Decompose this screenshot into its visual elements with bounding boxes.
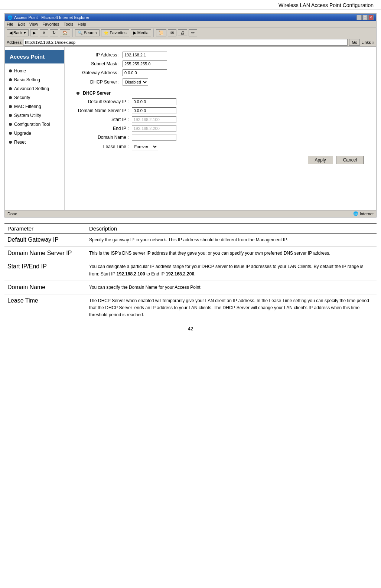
links-label: Links » xyxy=(361,40,374,45)
doc-row-default-gw: Default Gateway IP Specify the gateway I… xyxy=(4,233,377,247)
sidebar-item-upgrade[interactable]: Upgrade xyxy=(5,129,64,138)
address-input[interactable] xyxy=(23,39,348,46)
browser-menubar: File Edit View Favorites Tools Help xyxy=(5,21,376,27)
dhcp-bullet-icon xyxy=(76,92,79,95)
doc-row-start-end-ip: Start IP/End IP You can designate a part… xyxy=(4,260,377,281)
bullet-icon xyxy=(9,69,12,72)
doc-param-dns: Domain Name Server IP xyxy=(4,247,86,260)
main-form-table: IP Address : Subnet Mask : Gateway Addre… xyxy=(69,50,371,87)
dhcp-dns-label: Domain Name Server IP : xyxy=(76,106,130,115)
toolbar-sep-1 xyxy=(72,29,73,37)
dhcp-row-default-gw: Default Gateway IP : xyxy=(76,97,376,106)
status-text: Done xyxy=(7,212,17,216)
go-button[interactable]: Go xyxy=(349,39,360,46)
menu-favorites[interactable]: Favorites xyxy=(42,22,59,26)
browser-toolbar: ◀ Back ▾ ▶ ✕ ↻ 🏠 🔍 Search ⭐ Favorites ▶ … xyxy=(5,27,376,38)
menu-edit[interactable]: Edit xyxy=(18,22,25,26)
sidebar-item-mac-filtering[interactable]: MAC Filtering xyxy=(5,102,64,111)
desc-header: Description xyxy=(86,224,377,233)
forward-button[interactable]: ▶ xyxy=(30,29,38,36)
dhcp-default-gw-cell xyxy=(130,97,376,106)
dhcp-lease-time-label: Lease Time : xyxy=(76,142,130,151)
dhcp-start-ip-cell xyxy=(130,115,376,124)
subnet-mask-input[interactable] xyxy=(123,61,167,67)
browser-status-bar: Done 🌐 Internet xyxy=(5,210,376,217)
subnet-mask-label: Subnet Mask : xyxy=(69,59,121,68)
dhcp-end-ip-input[interactable] xyxy=(132,125,176,132)
main-panel: IP Address : Subnet Mask : Gateway Addre… xyxy=(65,47,376,210)
form-row-ip: IP Address : xyxy=(69,50,371,59)
sidebar-item-label: Home xyxy=(14,68,26,74)
sidebar-item-label: Advanced Setting xyxy=(14,86,49,91)
search-button[interactable]: 🔍 Search xyxy=(75,29,100,36)
home-button[interactable]: 🏠 xyxy=(60,29,70,36)
gateway-input[interactable] xyxy=(123,69,167,76)
menu-file[interactable]: File xyxy=(7,22,13,26)
doc-row-dns: Domain Name Server IP This is the ISP's … xyxy=(4,247,377,260)
sidebar-item-basic-setting[interactable]: Basic Setting xyxy=(5,75,64,84)
cancel-button[interactable]: Cancel xyxy=(336,156,364,164)
doc-desc-domain-name: You can specify the Domain Name for your… xyxy=(86,281,377,294)
sidebar-item-home[interactable]: Home xyxy=(5,66,64,75)
back-button[interactable]: ◀ Back ▾ xyxy=(7,29,29,36)
browser-titlebar: 🌐 Access Point - Microsoft Internet Expl… xyxy=(5,14,376,21)
dhcp-dns-input[interactable] xyxy=(132,107,176,114)
page-footer: 42 xyxy=(0,326,381,331)
sidebar-item-reset[interactable]: Reset xyxy=(5,138,64,147)
sidebar-item-security[interactable]: Security xyxy=(5,93,64,102)
dhcp-lease-time-select[interactable]: Forever 1 Hour 24 Hours xyxy=(132,143,158,150)
address-bar: Address Go Links » xyxy=(5,38,376,47)
mail-button[interactable]: ✉ xyxy=(168,29,176,36)
bullet-icon xyxy=(9,123,12,126)
param-header: Parameter xyxy=(4,224,86,233)
form-button-row: Apply Cancel xyxy=(69,156,371,164)
sidebar-item-advanced-setting[interactable]: Advanced Setting xyxy=(5,84,64,93)
dhcp-start-ip-input[interactable] xyxy=(132,116,176,123)
menu-help[interactable]: Help xyxy=(78,22,86,26)
bullet-icon xyxy=(9,96,12,99)
sidebar-item-label: Configuration Tool xyxy=(14,122,50,127)
dhcp-form-table: Default Gateway IP : Domain Name Server … xyxy=(76,97,376,151)
apply-button[interactable]: Apply xyxy=(308,156,333,164)
doc-param-default-gw: Default Gateway IP xyxy=(4,233,86,247)
toolbar-sep-2 xyxy=(153,29,154,37)
menu-tools[interactable]: Tools xyxy=(64,22,74,26)
favorites-button[interactable]: ⭐ Favorites xyxy=(101,29,129,36)
print-button[interactable]: 🖨 xyxy=(178,29,187,36)
dhcp-row-end-ip: End IP : xyxy=(76,124,376,133)
dhcp-row-lease-time: Lease Time : Forever 1 Hour 24 Hours xyxy=(76,142,376,151)
form-row-dhcp: DHCP Server : Disabled Enabled xyxy=(69,77,371,87)
close-button[interactable]: ✕ xyxy=(368,15,374,20)
doc-section: Parameter Description Default Gateway IP… xyxy=(4,223,377,322)
doc-row-lease-time: Lease Time The DHCP Server when enabled … xyxy=(4,294,377,322)
page-title: Wireless LAN Access Point Configuration xyxy=(0,0,381,10)
bullet-icon xyxy=(9,78,12,81)
ip-address-input[interactable] xyxy=(123,52,167,58)
dhcp-end-ip-cell xyxy=(130,124,376,133)
dhcp-default-gw-input[interactable] xyxy=(132,98,176,105)
dhcp-row-start-ip: Start IP : xyxy=(76,115,376,124)
stop-button[interactable]: ✕ xyxy=(40,29,48,36)
gateway-label: Gateway Address : xyxy=(69,68,121,77)
dhcp-cell: Disabled Enabled xyxy=(121,77,371,87)
status-right: 🌐 Internet xyxy=(353,211,374,216)
edit-button[interactable]: ✏ xyxy=(189,29,197,36)
dhcp-select[interactable]: Disabled Enabled xyxy=(123,78,148,86)
sidebar-item-system-utility[interactable]: System Utility xyxy=(5,111,64,120)
history-button[interactable]: 📜 xyxy=(156,29,166,36)
sidebar-item-configuration-tool[interactable]: Configuration Tool xyxy=(5,120,64,129)
internet-icon: 🌐 xyxy=(353,211,358,216)
browser-window: 🌐 Access Point - Microsoft Internet Expl… xyxy=(4,13,377,218)
dhcp-domain-name-input[interactable] xyxy=(132,134,176,141)
refresh-button[interactable]: ↻ xyxy=(50,29,58,36)
doc-row-domain-name: Domain Name You can specify the Domain N… xyxy=(4,281,377,294)
dhcp-start-ip-label: Start IP : xyxy=(76,115,130,124)
maximize-button[interactable]: □ xyxy=(362,15,368,20)
menu-view[interactable]: View xyxy=(29,22,38,26)
dhcp-lease-time-cell: Forever 1 Hour 24 Hours xyxy=(130,142,376,151)
minimize-button[interactable]: _ xyxy=(356,15,362,20)
dhcp-row-dns: Domain Name Server IP : xyxy=(76,106,376,115)
sidebar-item-label: Security xyxy=(14,95,30,100)
media-button[interactable]: ▶ Media xyxy=(131,29,151,36)
window-controls: _ □ ✕ xyxy=(356,15,374,20)
